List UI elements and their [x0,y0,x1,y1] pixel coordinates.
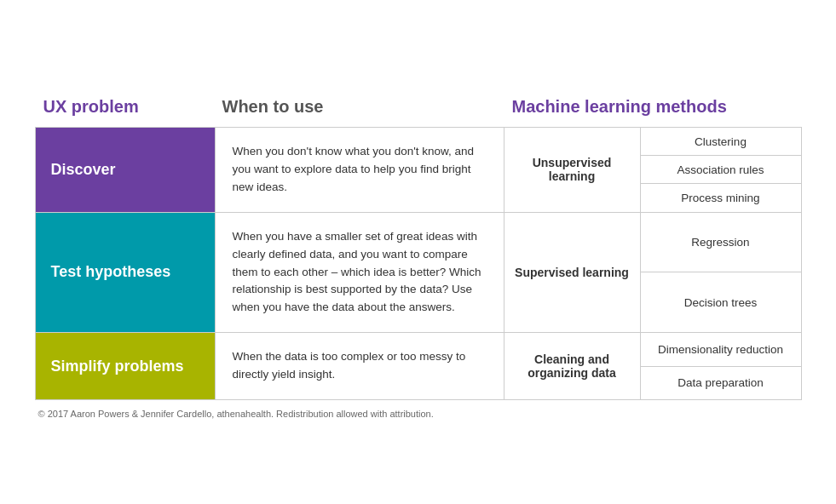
footer-text: © 2017 Aaron Powers & Jennifer Cardello,… [35,400,802,422]
table-row: Test hypotheses When you have a smaller … [36,213,801,334]
ml-label-cleaning: Cleaning and organizing data [504,333,641,399]
ml-method-item: Dimensionality reduction [641,333,801,365]
ux-cell-test: Test hypotheses [36,213,215,333]
ux-cell-discover: Discover [36,128,215,212]
header-row: UX problem When to use Machine learning … [35,90,802,127]
header-when-to-use: When to use [214,90,504,127]
ml-method-item: Process mining [641,183,801,211]
header-ux-problem: UX problem [35,90,214,127]
ml-method-item: Data preparation [641,366,801,399]
ml-method-item: Decision trees [641,272,801,332]
ml-methods-supervised: Regression Decision trees [641,213,801,333]
main-container: UX problem When to use Machine learning … [18,73,819,431]
ml-methods-unsupervised: Clustering Association rules Process min… [641,128,801,212]
when-cell-test: When you have a smaller set of great ide… [215,213,504,333]
ml-method-item: Clustering [641,128,801,155]
header-ml-methods: Machine learning methods [504,90,802,127]
ml-label-supervised: Supervised learning [504,213,641,333]
ml-method-item: Association rules [641,155,801,183]
ux-cell-simplify: Simplify problems [36,333,215,399]
when-cell-discover: When you don't know what you don't know,… [215,128,504,212]
ml-label-unsupervised: Unsupervised learning [504,128,641,212]
table-row: Discover When you don't know what you do… [36,128,801,213]
ml-methods-cleaning: Dimensionality reduction Data preparatio… [641,333,801,399]
ml-method-item: Regression [641,213,801,272]
when-cell-simplify: When the data is too complex or too mess… [215,333,504,399]
table-row: Simplify problems When the data is too c… [36,333,801,399]
table-body: Discover When you don't know what you do… [35,127,802,400]
